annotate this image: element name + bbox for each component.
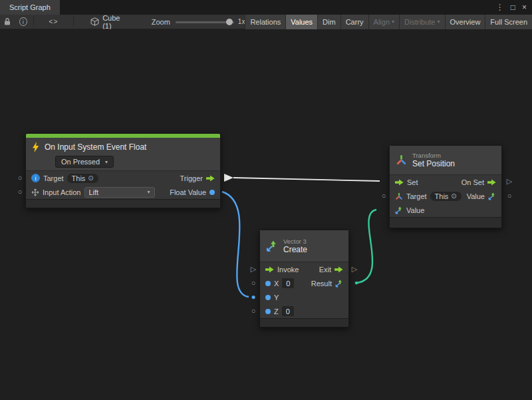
transform-value-output-port[interactable]: ○ [507, 192, 512, 200]
event-target-value: This [72, 174, 86, 182]
zoom-slider-track[interactable] [176, 21, 234, 23]
zoom-slider[interactable] [176, 17, 234, 27]
vector-z-input-port[interactable]: ○ [251, 307, 256, 315]
distribute-button[interactable]: Distribute ▾ [399, 15, 444, 29]
event-mode-dropdown[interactable]: On Pressed ▾ [55, 156, 114, 168]
vector-exit-output-port[interactable]: ▷ [352, 266, 357, 273]
chevron-down-icon: ▾ [438, 19, 440, 25]
set-position-footer [390, 217, 501, 228]
align-button-label: Align [374, 18, 390, 26]
target-label: Target [43, 174, 64, 182]
floatvalue-to-y-wire[interactable] [222, 192, 249, 297]
node-on-input-system-event-float[interactable]: On Input System Event Float On Pressed ▾… [25, 133, 221, 208]
vector3-create-header: Vector 3 Create [260, 230, 348, 262]
object-picker-icon[interactable]: ⊙ [451, 192, 456, 200]
result-label: Result [311, 280, 332, 288]
transform-target-input-port[interactable]: ○ [382, 192, 386, 200]
fullscreen-button[interactable]: Full Screen [485, 15, 532, 29]
event-target-input-port[interactable]: ○ [18, 174, 23, 182]
overview-button[interactable]: Overview [445, 15, 485, 29]
x-value-field[interactable]: 0 [282, 278, 294, 288]
vector-y-input-port[interactable]: ● [251, 293, 255, 301]
node-title: Create [283, 245, 307, 254]
flow-arrow-icon[interactable] [265, 266, 274, 273]
exit-label: Exit [319, 266, 331, 274]
graph-canvas[interactable]: ○ ○ ▷ ○ ● ○ ▷ ● ▷ ○ ○ On Input System Ev… [0, 29, 532, 400]
x-port[interactable] [265, 281, 271, 286]
vector-result-output-port[interactable]: ● [354, 280, 358, 286]
node-category: Transform [412, 152, 455, 159]
event-node-header: On Input System Event Float On Pressed ▾ [26, 138, 220, 171]
value-in-label: Value [406, 206, 424, 214]
info-icon[interactable]: i [19, 17, 27, 26]
invoke-row: Invoke Exit [260, 262, 348, 276]
zoom-label: Zoom [152, 18, 170, 26]
float-value-port[interactable] [209, 190, 215, 195]
transform-target-value: This [435, 192, 449, 200]
graph-object-breadcrumb[interactable]: Cube (1) [90, 14, 126, 30]
input-action-dropdown[interactable]: Lift ▾ [84, 187, 155, 198]
z-port[interactable] [265, 309, 271, 314]
object-picker-icon[interactable]: ⊙ [88, 174, 93, 182]
transform-target-field[interactable]: This ⊙ [430, 192, 462, 201]
flow-arrow-icon[interactable] [334, 266, 343, 273]
y-port[interactable] [265, 295, 271, 300]
gameobject-icon: i [31, 174, 40, 182]
window-controls: ⋮ □ × [496, 0, 532, 15]
z-value-field[interactable]: 0 [282, 306, 294, 316]
set-position-header: Transform Set Position [390, 146, 501, 175]
flow-arrow-icon[interactable] [487, 179, 496, 186]
event-action-input-port[interactable]: ○ [18, 188, 23, 196]
vector3-create-body: Invoke Exit X 0 Result [260, 262, 348, 318]
align-button[interactable]: Align ▾ [368, 15, 399, 29]
node-set-position[interactable]: Transform Set Position Set On Set [389, 145, 502, 228]
relations-button[interactable]: Relations [245, 15, 285, 29]
tab-title: Script Graph [9, 3, 51, 11]
z-row: Z 0 [260, 304, 348, 318]
node-category: Vector 3 [283, 238, 307, 245]
input-action-icon [31, 188, 39, 196]
zoom-value: 1x [238, 18, 245, 25]
lock-icon[interactable] [3, 17, 11, 26]
value-out-label: Value [467, 192, 485, 200]
y-row: Y [260, 290, 348, 304]
transform-value-row: Value [390, 203, 501, 217]
event-target-field[interactable]: This ⊙ [67, 174, 98, 183]
node-vector3-create[interactable]: Vector 3 Create Invoke Exit X 0 [259, 230, 349, 327]
flow-arrow-icon[interactable] [206, 175, 215, 182]
dim-button[interactable]: Dim [317, 15, 340, 29]
carry-button[interactable]: Carry [340, 15, 368, 29]
axis-icon [395, 192, 403, 200]
chevron-down-icon: ▾ [105, 159, 108, 165]
flow-arrow-icon[interactable] [395, 179, 404, 186]
event-mode-value: On Pressed [61, 158, 100, 166]
toolbar-separator [73, 17, 74, 27]
zoom-control: Zoom 1x [152, 17, 245, 27]
tab-script-graph[interactable]: Script Graph [0, 0, 60, 15]
z-label: Z [274, 307, 279, 315]
set-row: Set On Set [390, 175, 501, 189]
set-position-body: Set On Set Target This ⊙ [390, 175, 501, 217]
values-button[interactable]: Values [285, 15, 317, 29]
input-action-value: Lift [89, 188, 99, 196]
code-view-icon[interactable]: <> [49, 18, 59, 25]
maximize-icon[interactable]: □ [511, 3, 515, 11]
invoke-label: Invoke [277, 266, 299, 274]
transform-onset-output-port[interactable]: ▷ [507, 178, 512, 185]
result-to-value-wire[interactable] [357, 210, 376, 283]
vector3-icon [395, 206, 403, 214]
event-input-action-row: Input Action Lift ▾ Float Value [26, 185, 220, 199]
trigger-to-set-wire[interactable] [233, 178, 380, 181]
transform-icon [396, 154, 407, 166]
toolbar-separator [33, 17, 34, 27]
vector-invoke-input-port[interactable]: ▷ [251, 266, 256, 273]
close-icon[interactable]: × [522, 3, 527, 11]
trigger-wire-arrowhead[interactable] [224, 174, 233, 182]
zoom-slider-handle[interactable] [226, 19, 233, 25]
chevron-down-icon: ▾ [147, 189, 150, 195]
toolbar-buttons: Relations Values Dim Carry Align ▾ Distr… [245, 15, 532, 29]
vector-x-input-port[interactable]: ○ [251, 280, 256, 287]
more-menu-icon[interactable]: ⋮ [496, 3, 504, 11]
distribute-button-label: Distribute [404, 18, 435, 26]
cube-icon [90, 17, 99, 26]
